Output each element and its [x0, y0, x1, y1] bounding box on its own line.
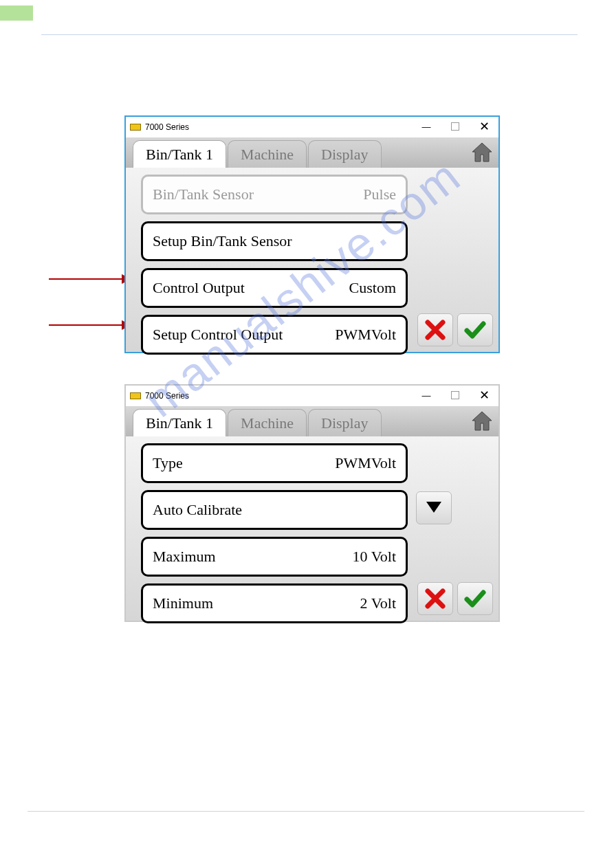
row-auto-calibrate[interactable]: Auto Calibrate	[141, 490, 408, 530]
row-value: Custom	[349, 279, 396, 297]
content-area: Bin/Tank Sensor Pulse Setup Bin/Tank Sen…	[126, 168, 498, 352]
row-type[interactable]: Type PWMVolt	[141, 443, 408, 483]
row-label: Maximum	[153, 548, 216, 566]
cross-icon	[424, 318, 447, 342]
row-label: Setup Bin/Tank Sensor	[153, 232, 292, 250]
page-decoration	[0, 5, 33, 21]
close-button[interactable]: ✕	[470, 117, 498, 136]
row-control-output[interactable]: Control Output Custom	[141, 268, 408, 308]
tab-display[interactable]: Display	[308, 140, 381, 168]
row-minimum[interactable]: Minimum 2 Volt	[141, 583, 408, 623]
confirm-button[interactable]	[457, 313, 493, 346]
callout-arrow	[49, 278, 130, 280]
tab-label: Bin/Tank 1	[146, 414, 213, 432]
app-icon	[130, 392, 141, 399]
tab-bin-tank[interactable]: Bin/Tank 1	[133, 409, 226, 436]
maximize-button[interactable]	[441, 386, 470, 405]
tab-label: Machine	[241, 414, 294, 432]
close-button[interactable]: ✕	[470, 386, 498, 405]
row-setup-bin-tank-sensor[interactable]: Setup Bin/Tank Sensor	[141, 221, 408, 261]
tab-label: Bin/Tank 1	[146, 146, 213, 164]
row-label: Minimum	[153, 594, 213, 612]
window-title: 7000 Series	[145, 122, 189, 132]
row-label: Type	[153, 454, 183, 472]
row-value: PWMVolt	[335, 454, 396, 472]
row-value: Pulse	[363, 186, 396, 203]
window-titlebar: 7000 Series — ✕	[126, 117, 498, 137]
check-icon	[463, 318, 487, 342]
confirm-button[interactable]	[457, 582, 493, 615]
row-label: Setup Control Output	[153, 326, 283, 344]
row-value: PWMVolt	[335, 326, 396, 344]
callout-arrow	[49, 324, 130, 326]
horizontal-rule	[41, 34, 578, 35]
tab-label: Display	[321, 414, 368, 432]
home-icon[interactable]	[470, 140, 494, 164]
cancel-button[interactable]	[417, 313, 453, 346]
cross-icon	[424, 587, 447, 610]
row-label: Auto Calibrate	[153, 501, 242, 519]
row-maximum[interactable]: Maximum 10 Volt	[141, 537, 408, 577]
tab-label: Display	[321, 146, 368, 164]
app-icon	[130, 124, 141, 131]
row-label: Control Output	[153, 279, 245, 297]
row-bin-tank-sensor[interactable]: Bin/Tank Sensor Pulse	[141, 175, 408, 214]
window-title: 7000 Series	[145, 391, 189, 401]
window-titlebar: 7000 Series — ✕	[126, 386, 498, 406]
check-icon	[463, 587, 487, 610]
content-area: Type PWMVolt Auto Calibrate Maximum 10 V…	[126, 436, 498, 621]
row-value: 2 Volt	[360, 594, 396, 612]
tab-label: Machine	[241, 146, 294, 164]
row-setup-control-output[interactable]: Setup Control Output PWMVolt	[141, 315, 408, 355]
minimize-button[interactable]: —	[412, 386, 441, 405]
tab-display[interactable]: Display	[308, 409, 381, 436]
chevron-down-icon	[424, 499, 444, 517]
cancel-button[interactable]	[417, 582, 453, 615]
home-icon[interactable]	[470, 408, 494, 433]
row-label: Bin/Tank Sensor	[153, 186, 254, 203]
horizontal-rule	[28, 811, 584, 812]
tab-bar: Bin/Tank 1 Machine Display	[126, 406, 498, 436]
minimize-button[interactable]: —	[412, 117, 441, 136]
maximize-button[interactable]	[441, 117, 470, 136]
row-value: 10 Volt	[353, 548, 396, 566]
tab-bar: Bin/Tank 1 Machine Display	[126, 137, 498, 168]
window-panel-1: 7000 Series — ✕ Bin/Tank 1 Machine Displ…	[124, 115, 500, 353]
window-panel-2: 7000 Series — ✕ Bin/Tank 1 Machine Displ…	[124, 384, 500, 622]
tab-machine[interactable]: Machine	[228, 140, 307, 168]
scroll-down-button[interactable]	[416, 491, 452, 524]
tab-bin-tank[interactable]: Bin/Tank 1	[133, 140, 226, 168]
tab-machine[interactable]: Machine	[228, 409, 307, 436]
